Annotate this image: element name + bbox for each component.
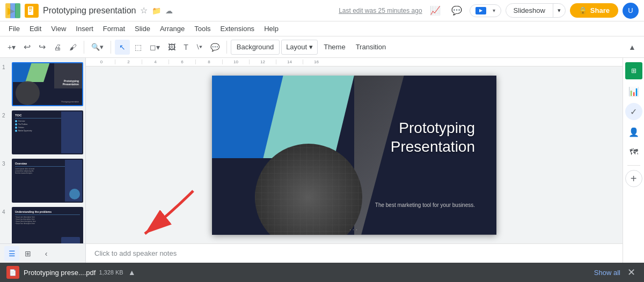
title-bar: ▶ Prototyping presentation ☆ 📁 ☁ Last ed… [0,0,644,21]
svg-rect-3 [5,3,11,18]
sidebar-sheets-icon[interactable]: ⊞ [625,62,642,79]
download-size: 1,328 KB [99,269,123,276]
share-label: Share [590,6,610,14]
grid-view-btn[interactable]: ⊞ [20,246,35,261]
slideshow-chevron-icon[interactable]: ▾ [553,4,565,17]
sidebar-add-icon[interactable]: + [625,170,642,187]
svg-rect-5 [15,3,20,18]
slide-panel: 1 PrototypingPresentation Prototyping pr… [0,58,86,263]
slide-thumb-1[interactable]: PrototypingPresentation Prototyping pres… [12,62,83,106]
folder-icon[interactable]: 📁 [152,6,161,15]
menu-insert[interactable]: Insert [71,23,98,34]
download-expand-btn[interactable]: ▲ [126,266,138,279]
sidebar-tasks-icon[interactable]: 👤 [625,123,642,140]
slide-number: 4 [2,207,10,215]
cloud-icon[interactable]: ☁ [165,6,173,15]
sidebar-contacts-icon[interactable]: 🗺 [625,144,642,161]
canvas-scroll[interactable]: Prototyping Presentation The best market… [86,66,623,243]
canvas-area: 0 2 4 6 8 10 12 14 16 [86,58,623,263]
collapse-toolbar-btn[interactable]: ▲ [625,40,640,55]
svg-rect-8 [29,10,32,10]
menu-help[interactable]: Help [260,23,283,34]
cursor-tool[interactable]: ↖ [115,40,130,55]
menu-tools[interactable]: Tools [190,23,215,34]
slideshow-button[interactable]: Slideshow ▾ [506,3,566,18]
svg-rect-7 [29,8,32,9]
slide-thumb-4[interactable]: Understanding the problems • Issue one d… [12,207,83,243]
toolbar: +▾ ↩ ↪ 🖨 🖌 🔍▾ ↖ ⬚ ◻▾ 🖼 T ⧵▾ 💬 Background… [0,36,644,58]
redo-btn[interactable]: ↪ [35,40,49,55]
background-btn[interactable]: Background [231,40,280,55]
text-tool[interactable]: T [180,40,192,55]
slide-thumb-2[interactable]: TOC Overview The Problem Solution Market… [12,110,83,154]
avatar[interactable]: U [623,3,639,19]
shapes-tool[interactable]: ◻▾ [147,40,163,55]
image-tool[interactable]: 🖼 [165,40,179,55]
speaker-notes[interactable]: Click to add speaker notes [86,243,623,263]
pdf-icon: 📄 [6,266,19,279]
print-btn[interactable]: 🖨 [50,40,64,55]
share-button[interactable]: 🔒 Share [570,3,618,18]
meet-button[interactable]: ▶ ▾ [470,4,501,17]
menu-bar: File Edit View Insert Format Slide Arran… [0,21,644,36]
slide-number: 2 [2,110,10,118]
slide-resize-handle: ··· [349,227,358,233]
menu-format[interactable]: Format [99,23,129,34]
window-title: Prototyping presentation [43,6,136,16]
app-icon: ▶ [5,3,20,18]
star-icon[interactable]: ☆ [140,5,148,16]
meet-dropdown-icon: ▾ [493,8,495,13]
line-tool[interactable]: ⧵▾ [193,40,206,55]
menu-file[interactable]: File [4,23,24,34]
horizontal-ruler: 0 2 4 6 8 10 12 14 16 [86,58,623,66]
slide-item[interactable]: 2 TOC Overview The Problem Solution Mark… [2,110,83,154]
slide-item[interactable]: 4 Understanding the problems • Issue one… [2,207,83,243]
svg-rect-9 [29,11,31,12]
comments-icon-btn[interactable]: 💬 [448,2,465,19]
last-edit: Last edit was 25 minutes ago [339,7,422,14]
app-logo [25,4,39,18]
slide-item[interactable]: 3 Overview Lorem ipsum dolor sit ametcon… [2,159,83,203]
paint-format-btn[interactable]: 🖌 [66,40,80,55]
main-content: 1 PrototypingPresentation Prototyping pr… [0,58,644,263]
layout-chevron-icon: ▾ [309,43,313,51]
slide-panel-controls: ☰ ⊞ ‹ [0,243,85,263]
sidebar-explore-icon[interactable]: 📊 [625,83,642,100]
speaker-notes-placeholder: Click to add speaker notes [94,249,177,257]
menu-arrange[interactable]: Arrange [156,23,189,34]
collapse-panel-btn[interactable]: ‹ [39,246,54,261]
layout-btn[interactable]: Layout▾ [281,40,318,55]
comment-btn[interactable]: 💬 [207,40,223,55]
sidebar-meet-icon[interactable]: ✓ [625,103,642,120]
close-download-btn[interactable]: ✕ [625,266,638,279]
list-view-btn[interactable]: ☰ [4,246,19,261]
lock-icon: 🔒 [579,6,587,14]
theme-btn[interactable]: Theme [319,40,349,55]
slide-thumb-3[interactable]: Overview Lorem ipsum dolor sit ametconse… [12,159,83,203]
slide-subtitle: The best marketing tool for your busines… [375,202,475,208]
slide-list: 1 PrototypingPresentation Prototyping pr… [0,58,85,243]
main-slide[interactable]: Prototyping Presentation The best market… [212,76,496,235]
download-bar: 📄 Prototyping prese....pdf 1,328 KB ▲ Sh… [0,263,644,282]
add-btn[interactable]: +▾ [4,40,19,55]
slide-item[interactable]: 1 PrototypingPresentation Prototyping pr… [2,62,83,106]
menu-extensions[interactable]: Extensions [216,23,259,34]
download-filename: Prototyping prese....pdf [24,269,96,277]
slide-number: 1 [2,62,10,70]
transition-btn[interactable]: Transition [352,40,391,55]
menu-view[interactable]: View [47,23,70,34]
slide-number: 3 [2,159,10,167]
svg-rect-4 [10,3,16,18]
slide-title: Prototyping Presentation [391,118,475,156]
select-tool[interactable]: ⬚ [131,40,145,55]
menu-slide[interactable]: Slide [130,23,155,34]
show-all-btn[interactable]: Show all [590,266,625,279]
analytics-icon-btn[interactable]: 📈 [427,2,444,19]
menu-edit[interactable]: Edit [25,23,46,34]
zoom-btn[interactable]: 🔍▾ [88,40,107,55]
slideshow-label: Slideshow [506,4,553,17]
right-sidebar: ⊞ 📊 ✓ 👤 🗺 + [623,58,644,263]
undo-btn[interactable]: ↩ [20,40,34,55]
